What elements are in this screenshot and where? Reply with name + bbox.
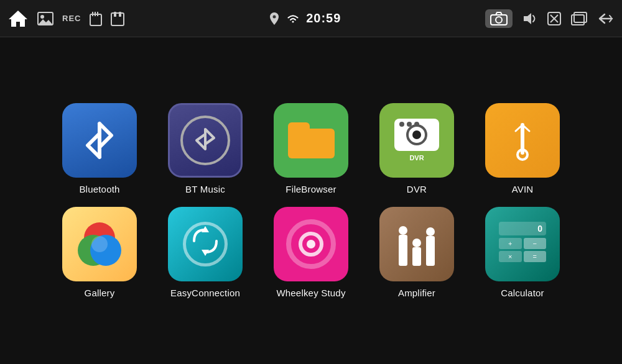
eq-bars [399,222,435,266]
wheel-dot [307,240,315,248]
easyconnection-label: EasyConnection [170,288,240,298]
folder-body [288,129,335,158]
gallery-label: Gallery [85,288,115,298]
calc-btn-1: + [499,238,522,249]
eq-knob-3 [426,227,435,236]
app-bt-music[interactable]: BT Music [168,103,243,194]
eq-bar-1 [399,235,407,266]
top-bar: REC [0,0,622,37]
dvr-label: DVR [407,184,427,194]
folder-shape [288,122,335,158]
camera-lens [406,124,427,145]
conn-arrows [189,225,221,263]
eq-bar-1-container [399,225,407,266]
eq-bar-3 [426,236,435,266]
gallery-circle-center [91,236,108,252]
bt-music-icon [168,103,243,178]
calc-btn-3: × [499,251,522,262]
back-button[interactable] [597,12,615,25]
topbar-center: 20:59 [269,11,341,25]
app-amplifier[interactable]: Amplifier [379,207,454,298]
wheelkey-study-icon [274,207,348,281]
eq-bar-3-container [426,226,435,266]
camera-hole-1 [399,122,404,127]
calculator-icon: 0 + − × = [485,207,560,281]
eq-bar-2-container [412,237,421,266]
app-avin[interactable]: AVIN [485,103,560,194]
svg-rect-10 [119,12,121,17]
sd-card-1-icon[interactable] [90,11,102,26]
app-gallery[interactable]: Gallery [62,207,137,298]
gallery-icon [62,207,137,281]
time-display: 20:59 [306,11,341,25]
app-bluetooth[interactable]: Bluetooth [62,103,137,194]
volume-button[interactable] [522,12,537,25]
bluetooth-icon [62,103,137,178]
calculator-label: Calculator [501,288,544,298]
wheelkey-study-label: Wheelkey Study [276,288,345,298]
bluetooth-label: Bluetooth [79,184,119,194]
window-button[interactable] [571,12,587,25]
gallery-topbar-icon[interactable] [37,12,53,25]
conn-symbol [183,222,228,266]
svg-point-11 [273,15,276,18]
avin-icon [485,103,560,178]
dvr-text-label: DVR [407,153,426,162]
bt-music-inner [180,116,230,165]
dvr-camera: DVR [394,119,439,162]
topbar-left: REC [7,8,124,29]
close-button[interactable] [547,12,561,25]
svg-point-13 [496,17,502,23]
amplifier-label: Amplifier [398,288,435,298]
topbar-right [485,9,615,28]
svg-rect-8 [111,13,124,25]
app-wheelkey-study[interactable]: Wheelkey Study [274,207,348,298]
eq-bar-2 [412,247,421,266]
svg-marker-0 [9,11,27,27]
app-row-1: Bluetooth BT Music FileBrowser [62,103,560,194]
app-grid: Bluetooth BT Music FileBrowser [0,37,622,364]
amplifier-content [399,222,435,266]
app-row-2: Gallery EasyConnection [62,207,560,298]
svg-point-2 [40,15,44,19]
calc-screen: 0 [499,222,546,235]
rec-badge[interactable]: REC [62,14,81,23]
location-icon [269,12,280,25]
camera-body [394,119,439,151]
app-filebrowser[interactable]: FileBrowser [274,103,348,194]
wheel-inner [299,232,323,257]
avin-label: AVIN [512,184,534,194]
eq-knob-2 [412,239,421,247]
calc-btn-4: = [524,251,547,262]
dvr-icon: DVR [379,103,454,178]
eq-knob-1 [399,226,407,235]
app-calculator[interactable]: 0 + − × = Calculator [485,207,560,298]
svg-marker-14 [524,13,531,24]
wifi-icon [286,13,300,24]
gallery-circles [78,222,121,266]
bt-music-label: BT Music [185,184,225,194]
svg-marker-3 [38,19,53,25]
calc-display: 0 + − × = [499,222,546,266]
calc-buttons: + − × = [499,238,546,262]
camera-button[interactable] [485,9,513,28]
easyconnection-icon [168,207,243,281]
home-button[interactable] [7,8,29,29]
calc-btn-2: − [524,238,547,249]
svg-rect-9 [114,12,116,17]
filebrowser-icon [274,103,348,178]
app-dvr[interactable]: DVR DVR [379,103,454,194]
sd-card-2-icon[interactable] [111,11,124,26]
filebrowser-label: FileBrowser [285,184,336,194]
wheel-ring [286,219,336,269]
app-easyconnection[interactable]: EasyConnection [168,207,243,298]
amplifier-icon [379,207,454,281]
